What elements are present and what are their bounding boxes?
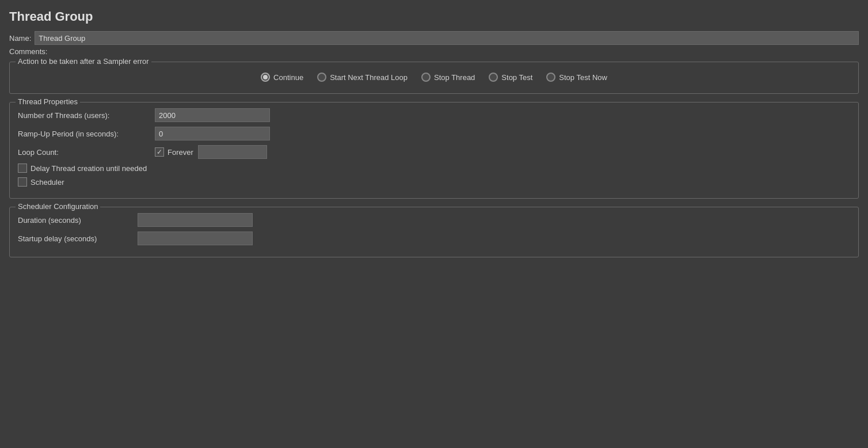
scheduler-row: Scheduler [18,177,850,187]
radio-circle-start-next [317,73,326,82]
startup-delay-label: Startup delay (seconds) [18,234,133,243]
delay-thread-label: Delay Thread creation until needed [31,164,147,173]
ramp-up-input[interactable] [155,127,270,141]
radio-label-stop-test-now: Stop Test Now [559,73,607,82]
radio-circle-stop-thread [421,73,431,82]
radio-label-stop-thread: Stop Thread [434,73,475,82]
num-threads-row: Number of Threads (users): [18,108,850,122]
duration-input[interactable] [138,213,253,227]
scheduler-label: Scheduler [31,178,64,187]
loop-count-row: Loop Count: Forever [18,145,850,159]
num-threads-label: Number of Threads (users): [18,111,150,120]
scheduler-checkbox[interactable] [18,177,27,187]
radio-stop-test[interactable]: Stop Test [489,73,532,82]
scheduler-config-section: Scheduler Configuration Duration (second… [9,207,859,257]
loop-count-input[interactable] [198,145,267,159]
startup-delay-row: Startup delay (seconds) [18,231,850,245]
radio-circle-stop-test [489,73,498,82]
page-title: Thread Group [9,9,859,24]
radio-stop-thread[interactable]: Stop Thread [421,73,475,82]
delay-thread-row: Delay Thread creation until needed [18,164,850,173]
name-label: Name: [9,34,31,43]
forever-checkbox[interactable] [155,147,164,157]
loop-count-label: Loop Count: [18,148,150,157]
ramp-up-row: Ramp-Up Period (in seconds): [18,127,850,141]
radio-start-next[interactable]: Start Next Thread Loop [317,73,408,82]
sampler-error-radio-row: Continue Start Next Thread Loop Stop Thr… [18,68,850,86]
startup-delay-input[interactable] [138,231,253,245]
delay-thread-checkbox[interactable] [18,164,27,173]
radio-circle-continue [261,73,270,82]
forever-label: Forever [167,148,193,157]
sampler-error-section: Action to be taken after a Sampler error… [9,62,859,94]
num-threads-input[interactable] [155,108,270,122]
radio-label-continue: Continue [273,73,303,82]
thread-properties-section: Thread Properties Number of Threads (use… [9,102,859,199]
comments-label: Comments: [9,47,859,56]
duration-row: Duration (seconds) [18,213,850,227]
ramp-up-label: Ramp-Up Period (in seconds): [18,130,150,138]
duration-label: Duration (seconds) [18,216,133,225]
thread-properties-legend: Thread Properties [16,97,80,106]
radio-continue[interactable]: Continue [261,73,303,82]
radio-label-start-next: Start Next Thread Loop [330,73,408,82]
radio-circle-stop-test-now [546,73,555,82]
sampler-error-legend: Action to be taken after a Sampler error [16,57,151,66]
radio-stop-test-now[interactable]: Stop Test Now [546,73,607,82]
name-input[interactable] [35,31,859,45]
scheduler-config-legend: Scheduler Configuration [16,202,100,211]
radio-label-stop-test: Stop Test [501,73,532,82]
